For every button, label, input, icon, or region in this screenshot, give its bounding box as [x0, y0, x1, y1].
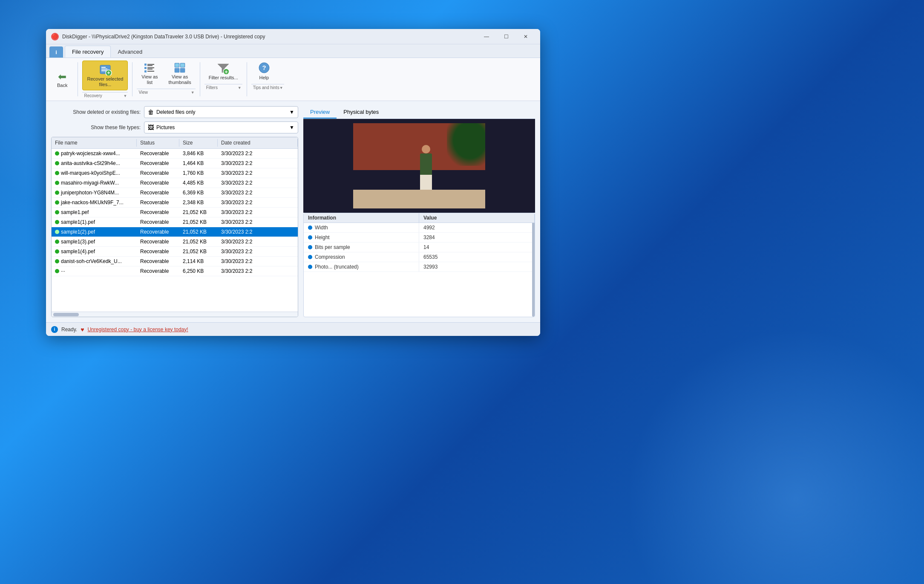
file-status-cell: Recoverable: [137, 208, 179, 216]
hscroll-thumb[interactable]: [53, 313, 79, 316]
file-name-text: patryk-wojcieszak-xww4...: [61, 150, 120, 156]
info-dot: [308, 265, 312, 269]
status-unregistered-link[interactable]: Unregistered copy - buy a license key to…: [87, 327, 188, 332]
view-thumb-icon: [174, 62, 186, 73]
minimize-button[interactable]: —: [477, 30, 496, 43]
col-date[interactable]: Date created: [218, 139, 298, 147]
application-window: 🔴 DiskDigger - \\\PhysicalDrive2 (Kingst…: [46, 29, 540, 336]
window-controls: — ☐ ✕: [477, 30, 535, 43]
filters-group-expand-icon[interactable]: ▼: [238, 86, 242, 90]
file-size-cell: 1,760 KB: [179, 169, 218, 177]
view-as-thumbnails-button[interactable]: View asthumbnails: [164, 61, 195, 87]
tab-file-recovery[interactable]: File recovery: [65, 46, 111, 58]
tab-physical-bytes[interactable]: Physical bytes: [337, 106, 386, 119]
maximize-button[interactable]: ☐: [497, 30, 515, 43]
back-button[interactable]: ⬅ Back: [51, 61, 73, 98]
close-button[interactable]: ✕: [516, 30, 535, 43]
types-filter-label: Show these file types:: [51, 124, 141, 130]
file-date-cell: 3/30/2023 2:2: [218, 189, 298, 197]
tab-bar: i File recovery Advanced: [46, 44, 540, 58]
file-row[interactable]: danist-soh-crVe6Kedk_U...Recoverable2,11…: [52, 257, 298, 266]
view-list-icon: [144, 62, 155, 73]
file-name-text: sample1(2).pef: [61, 229, 95, 235]
file-status-cell: Recoverable: [137, 218, 179, 226]
info-label-cell: Compression: [304, 252, 419, 262]
file-name-text: sample1.pef: [61, 209, 89, 215]
col-status[interactable]: Status: [137, 139, 179, 147]
info-value-cell: 65535: [419, 252, 535, 262]
file-name-text: anita-austvika-cSt29h4e...: [61, 160, 120, 166]
info-dot: [308, 235, 312, 240]
status-bar: i Ready. ♥ Unregistered copy - buy a lic…: [46, 322, 540, 336]
col-information: Information: [304, 213, 419, 223]
toolbar-group-filters: + Filter results... Filters ▼: [204, 61, 242, 98]
file-row[interactable]: anita-austvika-cSt29h4e...Recoverable1,4…: [52, 159, 298, 168]
toolbar: ⬅ Back +: [46, 58, 540, 101]
file-row[interactable]: patryk-wojcieszak-xww4...Recoverable3,84…: [52, 149, 298, 159]
file-status-dot: [55, 161, 59, 165]
svg-rect-16: [175, 68, 179, 72]
file-date-cell: 3/30/2023 2:2: [218, 150, 298, 157]
file-status-cell: Recoverable: [137, 257, 179, 265]
recover-selected-button[interactable]: + Recover selectedfiles...: [82, 61, 128, 90]
types-filter-select[interactable]: 🖼 Pictures ▼: [144, 121, 298, 133]
tab-preview[interactable]: Preview: [303, 106, 337, 119]
main-content: Show deleted or existing files: 🗑 Delete…: [46, 101, 540, 322]
file-size-cell: 21,052 KB: [179, 208, 218, 216]
file-row[interactable]: sample1.pefRecoverable21,052 KB3/30/2023…: [52, 208, 298, 217]
info-table-body[interactable]: Width4992Height3284Bits per sample14Comp…: [304, 223, 535, 317]
file-status-cell: Recoverable: [137, 169, 179, 177]
svg-rect-18: [175, 64, 179, 67]
svg-rect-8: [147, 65, 153, 66]
view-as-list-button[interactable]: View aslist: [137, 61, 162, 87]
photo-ground: [353, 190, 485, 208]
view-group-expand-icon[interactable]: ▼: [191, 90, 195, 95]
file-date-cell: 3/30/2023 2:2: [218, 159, 298, 167]
col-size[interactable]: Size: [179, 139, 218, 147]
view-list-label: View aslist: [141, 74, 158, 85]
file-row[interactable]: sample1(1).pefRecoverable21,052 KB3/30/2…: [52, 217, 298, 227]
file-list-header: File name Status Size Date created: [52, 137, 298, 149]
deleted-filter-select[interactable]: 🗑 Deleted files only ▼: [144, 106, 298, 118]
file-row[interactable]: juniperphoton-YG8N4M...Recoverable6,369 …: [52, 188, 298, 198]
toolbar-separator-3: [200, 62, 200, 96]
file-status-cell: Recoverable: [137, 267, 179, 275]
filter-results-button[interactable]: + Filter results...: [204, 61, 242, 82]
file-row[interactable]: sample1(3).pefRecoverable21,052 KB3/30/2…: [52, 237, 298, 247]
svg-rect-1: [101, 67, 106, 68]
col-value: Value: [419, 213, 535, 223]
view-group-label: View: [138, 90, 148, 95]
tab-info[interactable]: i: [49, 46, 63, 58]
back-label: Back: [57, 83, 67, 88]
info-value-cell: 3284: [419, 233, 535, 242]
file-row[interactable]: sample1(2).pefRecoverable21,052 KB3/30/2…: [52, 227, 298, 237]
file-size-cell: 2,348 KB: [179, 199, 218, 206]
info-value-cell: 4992: [419, 223, 535, 232]
file-name-text: will-marques-k0yoiShpE...: [61, 170, 120, 176]
file-name-cell: patryk-wojcieszak-xww4...: [52, 150, 137, 157]
file-status-dot: [55, 181, 59, 185]
tab-advanced[interactable]: Advanced: [111, 46, 149, 58]
deleted-filter-label: Show deleted or existing files:: [51, 109, 141, 115]
file-date-cell: 3/30/2023 2:2: [218, 228, 298, 236]
file-date-cell: 3/30/2023 2:2: [218, 208, 298, 216]
file-list-hscroll[interactable]: [52, 312, 298, 317]
recovery-group-expand-icon[interactable]: ▼: [124, 94, 127, 98]
file-row[interactable]: jake-nackos-MKUkN9F_7...Recoverable2,348…: [52, 198, 298, 208]
file-row[interactable]: will-marques-k0yoiShpE...Recoverable1,76…: [52, 168, 298, 178]
recover-icon: +: [98, 64, 112, 75]
file-row[interactable]: ···Recoverable6,250 KB3/30/2023 2:2: [52, 266, 298, 276]
info-scrollbar[interactable]: [532, 223, 535, 317]
file-row[interactable]: masahiro-miyagi-RwkW...Recoverable4,485 …: [52, 178, 298, 188]
svg-rect-7: [147, 64, 154, 65]
svg-rect-13: [147, 71, 154, 72]
toolbar-separator-2: [132, 62, 132, 96]
file-list-body[interactable]: patryk-wojcieszak-xww4...Recoverable3,84…: [52, 149, 298, 312]
help-button[interactable]: ? Help: [251, 61, 277, 82]
col-filename[interactable]: File name: [52, 139, 137, 147]
file-size-cell: 6,369 KB: [179, 189, 218, 197]
person-body: [420, 153, 432, 175]
file-row[interactable]: sample1(4).pefRecoverable21,052 KB3/30/2…: [52, 247, 298, 257]
info-dot: [308, 245, 312, 249]
tips-group-expand-icon[interactable]: ▼: [279, 86, 283, 90]
